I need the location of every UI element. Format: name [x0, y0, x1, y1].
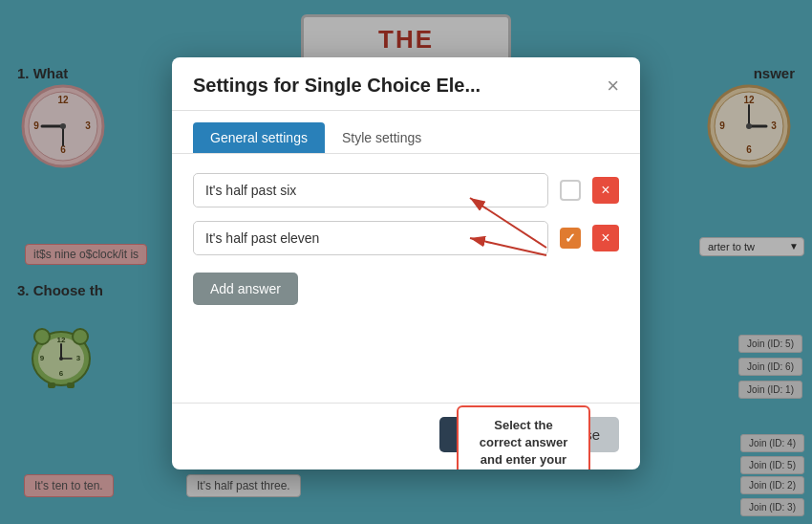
modal-title: Settings for Single Choice Ele... — [193, 75, 481, 97]
callout-box: Select the correct answer and enter your… — [457, 405, 590, 469]
answer-row-1: × — [193, 173, 619, 207]
answer-input-2[interactable] — [193, 221, 548, 255]
modal-close-button[interactable]: × — [607, 76, 619, 97]
tab-general-settings[interactable]: General settings — [193, 122, 325, 153]
callout-text: Select the correct answer and enter your… — [480, 418, 568, 469]
modal-header: Settings for Single Choice Ele... × — [172, 57, 640, 111]
modal-tabs: General settings Style settings — [172, 111, 640, 154]
add-answer-button[interactable]: Add answer — [193, 273, 298, 305]
answer-delete-btn-1[interactable]: × — [592, 177, 619, 204]
settings-modal: Settings for Single Choice Ele... × Gene… — [172, 57, 640, 469]
modal-body: × × Add answer Sele — [172, 154, 640, 403]
answer-input-1[interactable] — [193, 173, 548, 207]
answer-delete-btn-2[interactable]: × — [592, 225, 619, 251]
tab-style-settings[interactable]: Style settings — [325, 122, 438, 153]
answer-row-2: × — [193, 221, 619, 255]
answer-checkbox-2[interactable] — [560, 228, 581, 249]
answer-checkbox-1[interactable] — [560, 180, 581, 201]
